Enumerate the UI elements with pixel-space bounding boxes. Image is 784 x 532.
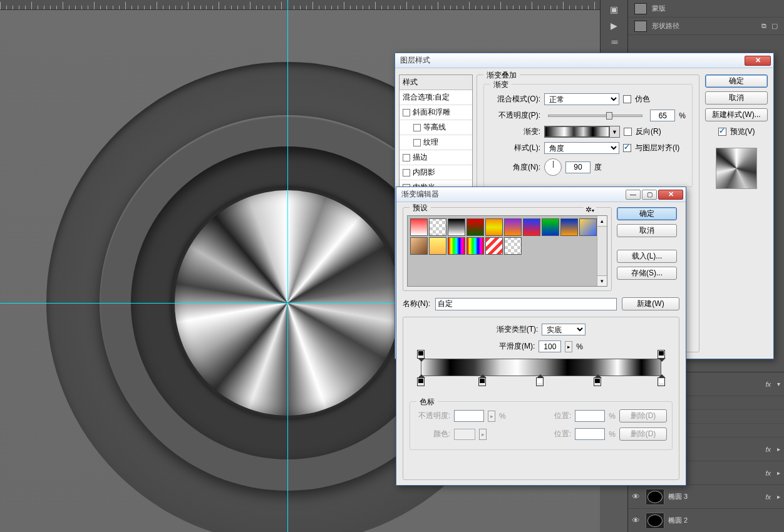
swatch[interactable] <box>504 218 522 236</box>
swatch[interactable] <box>560 218 578 236</box>
opacity-stop[interactable] <box>658 350 665 359</box>
close-button[interactable]: ✕ <box>658 190 683 200</box>
reverse-checkbox[interactable] <box>624 128 632 136</box>
layer-row-ellipse3[interactable]: 👁 椭圆 3 fx ▸ <box>628 485 784 509</box>
square-icon[interactable]: ▢ <box>771 22 778 30</box>
fx-badge[interactable]: fx <box>765 381 771 388</box>
chevron-down-icon[interactable]: ▼ <box>609 126 619 137</box>
chevron-down-icon[interactable]: ▾ <box>777 381 780 387</box>
fx-badge[interactable]: fx <box>765 469 771 477</box>
save-button[interactable]: 存储(S)... <box>617 267 677 280</box>
ruler-top[interactable] <box>0 0 600 10</box>
swatch[interactable] <box>448 237 465 255</box>
fx-badge[interactable]: fx <box>765 493 771 501</box>
color-stop[interactable] <box>658 377 665 386</box>
checkbox[interactable] <box>413 139 421 146</box>
stop-opacity-input <box>454 410 484 422</box>
name-input[interactable] <box>435 298 617 310</box>
tool-icon-1[interactable]: ▣ <box>607 4 621 15</box>
link-icon[interactable]: ⧉ <box>761 22 766 30</box>
stop-color-swatch <box>454 429 475 440</box>
align-checkbox[interactable] <box>623 144 631 152</box>
swatch[interactable] <box>429 218 446 236</box>
new-button[interactable]: 新建(W) <box>622 297 679 310</box>
swatch[interactable] <box>504 237 522 255</box>
layer-row-ellipse2[interactable]: 👁 椭圆 2 <box>628 509 784 532</box>
ok-button[interactable]: 确定 <box>705 74 768 88</box>
swatch[interactable] <box>485 218 503 236</box>
swatch[interactable] <box>410 237 428 255</box>
visibility-icon[interactable]: 👁 <box>632 492 642 501</box>
checkbox[interactable] <box>413 124 421 131</box>
load-button[interactable]: 载入(L)... <box>617 250 677 263</box>
play-icon[interactable]: ▶ <box>607 20 621 31</box>
gradient-preview-bar[interactable] <box>421 359 661 376</box>
layer-thumb-icon[interactable] <box>646 513 664 529</box>
minimize-button[interactable]: — <box>626 190 641 200</box>
fx-badge[interactable]: fx <box>765 446 771 453</box>
scrollbar[interactable] <box>597 216 607 286</box>
guide-vertical[interactable] <box>287 0 288 532</box>
chevron-right-icon: ▸ <box>488 411 495 422</box>
smoothness-input[interactable] <box>539 340 561 352</box>
dialog-titlebar[interactable]: 图层样式 ✕ <box>395 53 773 68</box>
angle-input[interactable] <box>565 161 591 173</box>
blend-options-row[interactable]: 混合选项:自定 <box>400 90 472 105</box>
effect-stroke[interactable]: 描边 <box>400 150 472 165</box>
effect-contour[interactable]: 等高线 <box>400 120 472 135</box>
gradient-type-select[interactable]: 实底 <box>542 324 585 335</box>
checkbox[interactable] <box>403 169 410 176</box>
swatch[interactable] <box>467 218 484 236</box>
color-stop[interactable] <box>478 377 486 386</box>
delete-stop-button2[interactable]: 删除(D) <box>619 427 667 441</box>
delete-stop-button[interactable]: 删除(D) <box>619 409 667 422</box>
effect-bevel[interactable]: 斜面和浮雕 <box>400 105 472 120</box>
swatch[interactable] <box>485 237 503 255</box>
checkbox[interactable] <box>403 109 410 116</box>
chevron-right-icon[interactable]: ▸ <box>565 341 572 352</box>
effect-texture[interactable]: 纹理 <box>400 135 472 150</box>
dither-label: 仿色 <box>635 94 650 105</box>
color-stop[interactable] <box>594 377 601 386</box>
swatch[interactable] <box>448 218 465 236</box>
chevron-right-icon[interactable]: ▸ <box>777 469 780 476</box>
checkbox[interactable] <box>403 154 410 161</box>
panel-shape-path[interactable]: 形状路径 ⧉ ▢ <box>628 18 784 35</box>
maximize-button[interactable]: ▢ <box>642 190 657 200</box>
preset-swatches[interactable] <box>407 215 607 287</box>
chevron-right-icon[interactable]: ▸ <box>777 493 780 500</box>
swatch[interactable] <box>429 237 446 255</box>
chevron-right-icon[interactable]: ▸ <box>777 446 780 453</box>
opacity-stop[interactable] <box>417 350 425 359</box>
color-stop[interactable] <box>417 377 425 386</box>
sliders-icon[interactable]: ≡≡ <box>607 36 621 48</box>
gear-icon[interactable]: ✲▾ <box>584 205 596 214</box>
opacity-input[interactable] <box>650 110 675 121</box>
swatch[interactable] <box>542 218 559 236</box>
gradient-bar[interactable] <box>421 359 661 396</box>
visibility-icon[interactable]: 👁 <box>632 516 642 525</box>
blend-mode-select[interactable]: 正常 <box>544 93 619 105</box>
swatch[interactable] <box>523 218 540 236</box>
styles-header[interactable]: 样式 <box>400 75 472 90</box>
swatch[interactable] <box>467 237 484 255</box>
layer-thumb-icon[interactable] <box>646 489 664 505</box>
swatch[interactable] <box>410 218 428 236</box>
dither-checkbox[interactable] <box>623 95 631 103</box>
opacity-slider[interactable] <box>548 115 642 117</box>
preview-checkbox[interactable] <box>718 128 726 136</box>
color-stop[interactable] <box>536 377 544 386</box>
ok-button[interactable]: 确定 <box>617 207 677 220</box>
panel-mask[interactable]: 蒙版 <box>628 0 784 18</box>
close-button[interactable]: ✕ <box>745 56 771 66</box>
effect-inner-shadow[interactable]: 内阴影 <box>400 165 472 180</box>
cancel-button[interactable]: 取消 <box>617 224 677 237</box>
style-select[interactable]: 角度 <box>544 142 619 154</box>
angle-dial[interactable] <box>544 158 562 176</box>
gradient-picker[interactable]: ▼ <box>544 126 620 138</box>
dialog-titlebar[interactable]: 渐变编辑器 — ▢ ✕ <box>396 187 686 202</box>
swatch[interactable] <box>579 218 597 236</box>
new-style-button[interactable]: 新建样式(W)... <box>705 108 768 121</box>
angle-label: 角度(N): <box>490 162 540 173</box>
cancel-button[interactable]: 取消 <box>705 91 768 105</box>
